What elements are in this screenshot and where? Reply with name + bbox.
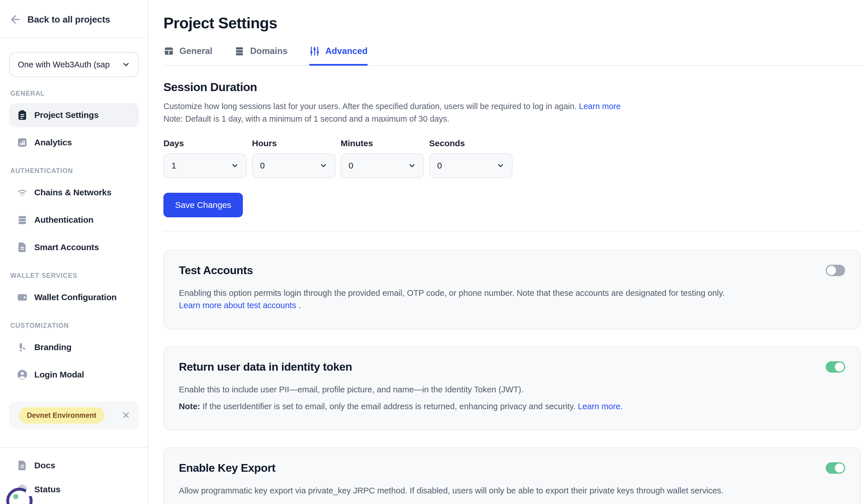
sidebar-item-label: Project Settings xyxy=(34,110,99,120)
main-content: Project Settings General Domains Advance… xyxy=(148,0,864,504)
session-duration-description: Customize how long sessions last for you… xyxy=(164,101,861,111)
card-description: Enable this to include user PII—email, p… xyxy=(179,383,845,413)
card-description-text: Allow programmatic key export via privat… xyxy=(179,486,723,495)
card-description: Enabling this option permits login throu… xyxy=(179,287,730,311)
test-accounts-toggle[interactable] xyxy=(826,265,845,276)
test-accounts-card: Test Accounts Enabling this option permi… xyxy=(164,250,861,329)
seconds-select[interactable]: 0 xyxy=(429,153,513,178)
docs-label: Docs xyxy=(34,460,55,470)
section-label-general: GENERAL xyxy=(10,90,148,97)
section-label-customization: CUSTOMIZATION xyxy=(10,322,148,330)
learn-more-key-export-link[interactable]: Learn more about key export. xyxy=(179,503,288,504)
hours-field: Hours 0 xyxy=(252,138,335,178)
tab-label: General xyxy=(179,46,212,56)
sidebar-item-login-modal[interactable]: Login Modal xyxy=(9,362,139,386)
card-title: Enable Key Export xyxy=(179,462,275,474)
seconds-value: 0 xyxy=(437,161,442,171)
sidebar-item-label: Wallet Configuration xyxy=(34,292,117,302)
card-description: Allow programmatic key export via privat… xyxy=(179,484,845,504)
sidebar-item-label: Smart Accounts xyxy=(34,243,99,252)
sidebar-item-project-settings[interactable]: Project Settings xyxy=(9,103,139,127)
key-export-toggle[interactable] xyxy=(826,462,845,474)
sidebar-item-label: Branding xyxy=(34,342,71,352)
wallet-icon xyxy=(16,292,28,303)
branding-icon xyxy=(16,342,28,353)
clipboard-icon xyxy=(16,109,28,121)
stack-icon xyxy=(234,46,245,57)
chevron-down-icon xyxy=(408,162,416,170)
sidebar-item-label: Analytics xyxy=(34,138,72,147)
minutes-value: 0 xyxy=(349,161,353,171)
card-title: Test Accounts xyxy=(179,264,253,277)
chevron-down-icon xyxy=(320,162,327,170)
session-duration-note: Note: Default is 1 day, with a minimum o… xyxy=(164,114,861,124)
back-to-projects-button[interactable]: Back to all projects xyxy=(9,13,139,26)
learn-more-link[interactable]: Learn more xyxy=(579,102,621,111)
status-label: Status xyxy=(34,484,61,494)
save-changes-button[interactable]: Save Changes xyxy=(164,193,243,217)
tab-bar: General Domains Advanced xyxy=(164,46,864,66)
card-description-text: Enable this to include user PII—email, p… xyxy=(179,385,524,394)
project-selector-value: One with Web3Auth (sap xyxy=(18,60,110,70)
minutes-select[interactable]: 0 xyxy=(340,153,424,178)
bar-chart-icon xyxy=(16,137,28,148)
environment-banner: Devnet Environment xyxy=(9,402,139,429)
sidebar-item-smart-accounts[interactable]: Smart Accounts xyxy=(9,235,139,259)
docs-icon xyxy=(16,460,28,471)
learn-more-identity-link[interactable]: Learn more. xyxy=(578,402,623,411)
close-icon[interactable] xyxy=(121,410,131,420)
days-field: Days 1 xyxy=(164,138,247,178)
hours-select[interactable]: 0 xyxy=(252,153,335,178)
back-to-projects-label: Back to all projects xyxy=(27,14,110,25)
hours-label: Hours xyxy=(252,138,335,148)
docs-link[interactable]: Docs xyxy=(0,455,148,476)
tab-advanced[interactable]: Advanced xyxy=(309,46,368,65)
tab-general[interactable]: General xyxy=(164,46,212,65)
wifi-icon xyxy=(16,187,28,198)
minutes-field: Minutes 0 xyxy=(340,138,424,178)
arrow-left-icon xyxy=(9,13,22,26)
note-text: If the userIdentifier is set to email, o… xyxy=(200,402,578,411)
divider xyxy=(164,231,861,232)
card-description-text: Enabling this option permits login throu… xyxy=(179,288,724,297)
seconds-label: Seconds xyxy=(429,138,513,148)
database-icon xyxy=(16,214,28,225)
sidebar-item-label: Authentication xyxy=(34,215,93,225)
environment-badge: Devnet Environment xyxy=(19,407,104,423)
identity-token-card: Return user data in identity token Enabl… xyxy=(164,346,861,430)
sidebar-item-authentication[interactable]: Authentication xyxy=(9,208,139,232)
sidebar: Back to all projects One with Web3Auth (… xyxy=(0,0,148,504)
days-value: 1 xyxy=(171,161,176,171)
chevron-down-icon xyxy=(122,60,130,69)
table-icon xyxy=(164,46,174,57)
chevron-down-icon xyxy=(231,162,239,170)
tab-domains[interactable]: Domains xyxy=(234,46,287,65)
page-title: Project Settings xyxy=(164,14,861,32)
minutes-label: Minutes xyxy=(340,138,424,148)
duration-fields: Days 1 Hours 0 Minutes xyxy=(164,138,861,178)
days-select[interactable]: 1 xyxy=(164,153,247,178)
document-icon xyxy=(16,242,28,253)
user-circle-icon xyxy=(16,369,28,380)
days-label: Days xyxy=(164,138,247,148)
sidebar-item-wallet-configuration[interactable]: Wallet Configuration xyxy=(9,285,139,309)
tab-label: Domains xyxy=(250,46,287,56)
section-label-wallet-services: WALLET SERVICES xyxy=(10,272,148,280)
sidebar-item-branding[interactable]: Branding xyxy=(9,335,139,359)
key-export-card: Enable Key Export Allow programmatic key… xyxy=(164,447,861,504)
learn-more-test-accounts-link[interactable]: Learn more about test accounts xyxy=(179,301,296,310)
sidebar-item-analytics[interactable]: Analytics xyxy=(9,131,139,155)
section-label-authentication: AUTHENTICATION xyxy=(10,167,148,175)
tab-label: Advanced xyxy=(325,46,368,56)
sidebar-item-label: Login Modal xyxy=(34,370,84,380)
seconds-field: Seconds 0 xyxy=(429,138,513,178)
note-label: Note: xyxy=(179,402,200,411)
sidebar-item-chains-networks[interactable]: Chains & Networks xyxy=(9,181,139,205)
app: Back to all projects One with Web3Auth (… xyxy=(0,0,864,504)
session-duration-heading: Session Duration xyxy=(164,81,861,94)
identity-token-toggle[interactable] xyxy=(826,361,845,373)
link-suffix: . xyxy=(296,301,301,310)
hours-value: 0 xyxy=(260,161,265,171)
project-selector[interactable]: One with Web3Auth (sap xyxy=(9,52,139,77)
card-title: Return user data in identity token xyxy=(179,361,352,373)
